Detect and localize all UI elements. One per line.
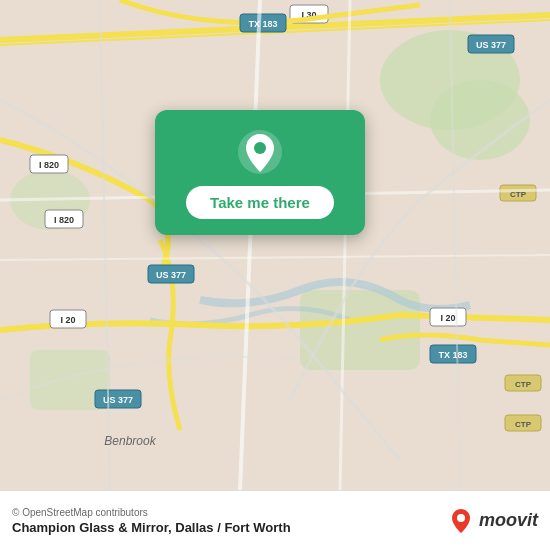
svg-text:I 820: I 820 [39, 160, 59, 170]
svg-point-2 [430, 80, 530, 160]
moovit-logo: moovit [447, 507, 538, 535]
svg-point-34 [254, 142, 266, 154]
location-pin-icon [236, 128, 284, 176]
svg-text:CTP: CTP [515, 380, 532, 389]
moovit-brand-text: moovit [479, 510, 538, 531]
svg-text:US 377: US 377 [476, 40, 506, 50]
location-title: Champion Glass & Mirror, Dallas / Fort W… [12, 520, 291, 535]
copyright-text: © OpenStreetMap contributors [12, 507, 291, 518]
svg-text:US 377: US 377 [156, 270, 186, 280]
svg-text:Benbrook: Benbrook [104, 434, 156, 448]
map-container: I 30 TX 183 US 377 I 820 I 820 I 20 I 20… [0, 0, 550, 490]
svg-text:TX 183: TX 183 [248, 19, 277, 29]
bottom-left: © OpenStreetMap contributors Champion Gl… [12, 507, 291, 535]
map-svg: I 30 TX 183 US 377 I 820 I 820 I 20 I 20… [0, 0, 550, 490]
svg-text:TX 183: TX 183 [438, 350, 467, 360]
svg-text:I 820: I 820 [54, 215, 74, 225]
take-me-there-button[interactable]: Take me there [186, 186, 334, 219]
svg-text:I 20: I 20 [440, 313, 455, 323]
svg-text:I 20: I 20 [60, 315, 75, 325]
svg-point-35 [457, 514, 465, 522]
svg-text:CTP: CTP [515, 420, 532, 429]
moovit-pin-icon [447, 507, 475, 535]
bottom-bar: © OpenStreetMap contributors Champion Gl… [0, 490, 550, 550]
location-card: Take me there [155, 110, 365, 235]
